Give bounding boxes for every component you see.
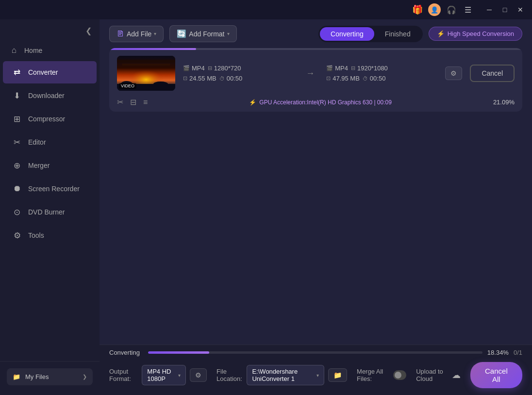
- bookmark-action-icon[interactable]: ⊟: [130, 98, 136, 107]
- titlebar-icons: 🎁 👤 🎧 ☰ ─ □ ✕: [412, 3, 527, 16]
- convert-arrow-icon: →: [306, 68, 315, 79]
- screen-recorder-icon: ⏺: [12, 183, 22, 194]
- output-format: 🎬 MP4: [326, 65, 348, 72]
- resolution-out-icon: ⊟: [351, 65, 355, 71]
- tab-finished[interactable]: Finished: [374, 27, 421, 41]
- converting-label: Converting: [109, 349, 143, 356]
- file-location-select[interactable]: E:\Wondershare UniConverter 1 ▾: [247, 365, 324, 385]
- file-cancel-button[interactable]: Cancel: [470, 65, 515, 82]
- sidebar-item-tools[interactable]: ⚙ Tools: [3, 224, 97, 247]
- file-input-info: 🎬 MP4 ⊟ 1280*720 ⊡ 24.55 MB: [183, 65, 294, 82]
- add-format-chevron-icon: ▾: [227, 31, 230, 36]
- file-actions: ✂ ⊟ ≡: [117, 98, 148, 107]
- close-button[interactable]: ✕: [514, 3, 527, 16]
- thumbnail-label: VIDEO: [119, 83, 136, 89]
- menu-icon[interactable]: ☰: [462, 4, 474, 16]
- my-files-chevron-icon: ❯: [83, 374, 87, 380]
- format-settings-button[interactable]: ⚙: [190, 368, 207, 382]
- file-location-label: File Location:: [216, 368, 243, 382]
- input-specs-row2: ⊡ 24.55 MB ⏱ 00:50: [183, 75, 294, 82]
- headphone-icon[interactable]: 🎧: [446, 4, 457, 16]
- merge-label: Merge All Files:: [357, 368, 389, 382]
- sidebar-item-label: Compressor: [28, 115, 65, 123]
- sidebar-item-merger[interactable]: ⊕ Merger: [3, 154, 97, 177]
- sidebar-item-label: Downloader: [28, 92, 65, 99]
- film-out-icon: 🎬: [326, 65, 333, 71]
- sidebar-nav: ⇄ Converter ⬇ Downloader ⊞ Compressor ✂ …: [0, 61, 100, 361]
- add-file-button[interactable]: 🖹 Add File ▾: [109, 26, 164, 42]
- progress-count: 0/1: [514, 349, 522, 356]
- titlebar: 🎁 👤 🎧 ☰ ─ □ ✕: [0, 0, 532, 19]
- format-value: MP4 HD 1080P: [147, 368, 175, 382]
- file-card-top: VIDEO 🎬 MP4 ⊟ 1280*720: [109, 50, 522, 95]
- sidebar-item-home[interactable]: ⌂ Home: [0, 40, 100, 61]
- add-format-icon: 🔄: [177, 29, 186, 38]
- sidebar-item-compressor[interactable]: ⊞ Compressor: [3, 108, 97, 130]
- svg-rect-3: [122, 64, 170, 66]
- cloud-icon[interactable]: ☁: [452, 370, 461, 380]
- output-duration: ⏱ 00:50: [363, 75, 386, 82]
- output-format-select[interactable]: MP4 HD 1080P ▾: [142, 365, 186, 385]
- sidebar-item-downloader[interactable]: ⬇ Downloader: [3, 84, 97, 107]
- home-icon: ⌂: [9, 45, 19, 56]
- sidebar-footer: 📁 My Files ❯: [0, 361, 100, 395]
- output-specs-row2: ⊡ 47.95 MB ⏱ 00:50: [326, 75, 437, 82]
- sidebar-item-label: Converter: [28, 68, 58, 76]
- duration-out-icon: ⏱: [363, 76, 368, 82]
- sidebar-item-label: DVD Burner: [28, 208, 65, 216]
- resolution-icon: ⊟: [208, 65, 212, 71]
- add-file-plus-icon: 🖹: [116, 30, 124, 38]
- minimize-button[interactable]: ─: [482, 3, 496, 16]
- cut-action-icon[interactable]: ✂: [117, 98, 123, 107]
- svg-point-6: [153, 82, 168, 86]
- toggle-thumb: [395, 372, 401, 379]
- file-card: VIDEO 🎬 MP4 ⊟ 1280*720: [109, 48, 522, 112]
- input-size: ⊡ 24.55 MB: [183, 75, 216, 82]
- duration-icon: ⏱: [219, 76, 225, 82]
- sidebar-item-screen-recorder[interactable]: ⏺ Screen Recorder: [3, 178, 97, 200]
- sidebar-item-editor[interactable]: ✂ Editor: [3, 131, 97, 153]
- input-specs-row: 🎬 MP4 ⊟ 1280*720: [183, 65, 294, 72]
- folder-browse-button[interactable]: 📁: [328, 368, 347, 382]
- menu-action-icon[interactable]: ≡: [143, 98, 148, 107]
- format-chevron-icon: ▾: [178, 373, 181, 378]
- cancel-all-button[interactable]: Cancel All: [470, 362, 522, 388]
- size-icon: ⊡: [183, 75, 187, 82]
- main-layout: ❮ ⌂ Home ⇄ Converter ⬇ Downloader ⊞ Comp…: [0, 19, 532, 395]
- file-card-bottom: ✂ ⊟ ≡ ⚡ GPU Acceleration:Intel(R) HD Gra…: [109, 95, 522, 112]
- tools-icon: ⚙: [12, 230, 22, 241]
- size-out-icon: ⊡: [326, 75, 331, 82]
- add-format-label: Add Format: [189, 30, 224, 38]
- add-file-label: Add File: [127, 30, 151, 38]
- sidebar-item-dvd-burner[interactable]: ⊙ DVD Burner: [3, 201, 97, 223]
- my-files-button[interactable]: 📁 My Files ❯: [7, 368, 93, 385]
- sidebar-collapse-button[interactable]: ❮: [82, 24, 96, 37]
- file-settings-button[interactable]: ⚙: [445, 66, 462, 80]
- home-label: Home: [24, 47, 42, 54]
- dvd-burner-icon: ⊙: [12, 207, 22, 217]
- tab-converting[interactable]: Converting: [320, 27, 374, 41]
- output-specs-row: 🎬 MP4 ⊟ 1920*1080: [326, 65, 437, 72]
- sidebar-item-label: Screen Recorder: [28, 185, 80, 193]
- merge-all-files-group: Merge All Files:: [357, 368, 406, 382]
- compressor-icon: ⊞: [12, 114, 22, 124]
- path-chevron-icon: ▾: [316, 373, 319, 378]
- maximize-button[interactable]: □: [498, 3, 512, 16]
- gift-icon[interactable]: 🎁: [412, 4, 423, 16]
- merge-toggle[interactable]: [393, 370, 406, 380]
- user-avatar[interactable]: 👤: [428, 3, 441, 16]
- progress-percent: 18.34%: [487, 349, 509, 356]
- upload-to-cloud-group: Upload to Cloud ☁: [416, 368, 461, 382]
- content-area: 🖹 Add File ▾ 🔄 Add Format ▾ Converting F…: [100, 19, 532, 395]
- file-list-area: VIDEO 🎬 MP4 ⊟ 1280*720: [100, 48, 532, 345]
- gpu-bolt-icon: ⚡: [249, 99, 256, 106]
- add-format-button[interactable]: 🔄 Add Format ▾: [169, 25, 236, 42]
- high-speed-conversion-button[interactable]: ⚡ High Speed Conversion: [429, 27, 522, 41]
- my-files-label: My Files: [25, 373, 49, 380]
- speed-btn-label: High Speed Conversion: [448, 30, 514, 37]
- sidebar: ❮ ⌂ Home ⇄ Converter ⬇ Downloader ⊞ Comp…: [0, 19, 100, 395]
- output-size: ⊡ 47.95 MB: [326, 75, 360, 82]
- sidebar-item-converter[interactable]: ⇄ Converter: [3, 61, 97, 83]
- input-duration: ⏱ 00:50: [219, 75, 243, 82]
- sidebar-item-label: Tools: [28, 231, 44, 239]
